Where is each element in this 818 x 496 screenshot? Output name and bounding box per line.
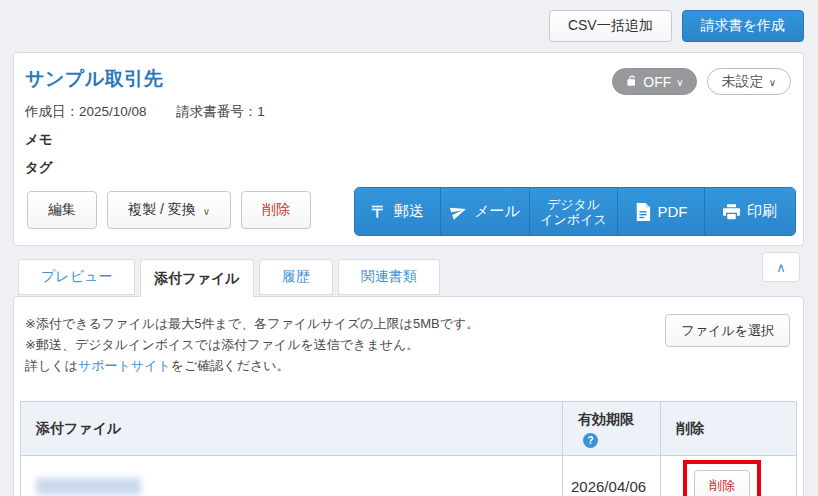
postal-mark-icon: 〒 bbox=[371, 204, 387, 220]
partner-panel: サンプル取引先 OFF ∨ 未設定 ∨ 作成日：2025/10/08 請求書番号… bbox=[13, 52, 804, 246]
note-line-3: 詳しくはサポートサイトをご確認ください。 bbox=[25, 355, 803, 376]
help-icon[interactable]: ? bbox=[583, 433, 598, 448]
support-prefix: 詳しくは bbox=[25, 358, 78, 373]
annotation-highlight-box: 削除 bbox=[683, 460, 761, 496]
invoice-number: 請求書番号：1 bbox=[176, 104, 265, 119]
email-send-label: メール bbox=[474, 202, 520, 221]
top-toolbar: CSV一括追加 請求書を作成 bbox=[549, 10, 804, 42]
delete-attachment-button[interactable]: 削除 bbox=[694, 470, 750, 496]
file-name-cell bbox=[21, 456, 563, 496]
status-label: 未設定 bbox=[722, 73, 764, 91]
attachments-table: 添付ファイル 有効期限? 削除 2026/04/06 削除 bbox=[20, 401, 797, 496]
col-header-file: 添付ファイル bbox=[21, 402, 563, 456]
digital-invoice-label-line2: インボイス bbox=[540, 212, 607, 227]
postal-send-button[interactable]: 〒 郵送 bbox=[355, 188, 440, 235]
csv-batch-add-button[interactable]: CSV一括追加 bbox=[549, 10, 672, 42]
chevron-down-icon: ∨ bbox=[769, 78, 776, 88]
delete-record-button[interactable]: 削除 bbox=[241, 191, 311, 229]
page-title: サンプル取引先 bbox=[25, 66, 163, 92]
col-header-delete: 削除 bbox=[661, 402, 797, 456]
create-invoice-button[interactable]: 請求書を作成 bbox=[682, 10, 804, 42]
invoice-partner-page: CSV一括追加 請求書を作成 サンプル取引先 OFF ∨ 未設定 ∨ 作成日：2… bbox=[0, 0, 818, 496]
digital-invoice-button[interactable]: デジタル インボイス bbox=[529, 188, 617, 235]
tab-related-documents[interactable]: 関連書類 bbox=[338, 259, 440, 295]
duplicate-convert-label: 複製 / 変換 bbox=[128, 201, 196, 219]
memo-label: メモ bbox=[25, 131, 53, 149]
redacted-file-link[interactable] bbox=[36, 478, 141, 495]
support-suffix: をご確認ください。 bbox=[171, 358, 290, 373]
print-label: 印刷 bbox=[747, 202, 777, 221]
tab-history[interactable]: 履歴 bbox=[259, 259, 333, 295]
email-send-button[interactable]: メール bbox=[440, 188, 529, 235]
digital-invoice-label-line1: デジタル bbox=[547, 197, 600, 212]
lock-toggle[interactable]: OFF ∨ bbox=[612, 68, 696, 95]
collapse-panel-button[interactable]: ∧ bbox=[762, 252, 800, 282]
paper-plane-icon bbox=[450, 203, 467, 220]
select-file-button[interactable]: ファイルを選択 bbox=[665, 314, 790, 347]
col-header-expiry: 有効期限? bbox=[563, 402, 661, 456]
status-select[interactable]: 未設定 ∨ bbox=[707, 68, 791, 95]
postal-send-label: 郵送 bbox=[394, 202, 424, 221]
chevron-down-icon: ∨ bbox=[676, 78, 683, 88]
lock-state-label: OFF bbox=[643, 74, 671, 90]
lock-open-icon bbox=[625, 75, 638, 88]
partner-meta: 作成日：2025/10/08 請求書番号：1 bbox=[25, 103, 265, 121]
printer-icon bbox=[723, 204, 740, 220]
duplicate-convert-button[interactable]: 複製 / 変換 ∨ bbox=[107, 191, 231, 229]
expiry-header-label: 有効期限 bbox=[578, 411, 634, 427]
created-date: 作成日：2025/10/08 bbox=[25, 104, 147, 119]
tag-label: タグ bbox=[25, 159, 53, 177]
chevron-down-icon: ∨ bbox=[203, 206, 210, 217]
support-site-link[interactable]: サポートサイト bbox=[78, 358, 171, 373]
attachments-panel: ※添付できるファイルは最大5件まで、各ファイルサイズの上限は5MBです。 ※郵送… bbox=[13, 296, 804, 496]
edit-button[interactable]: 編集 bbox=[27, 191, 97, 229]
record-actions: 編集 複製 / 変換 ∨ 削除 bbox=[27, 191, 311, 229]
table-row: 2026/04/06 削除 bbox=[21, 456, 797, 496]
table-header-row: 添付ファイル 有効期限? 削除 bbox=[21, 402, 797, 456]
detail-tabs: プレビュー 添付ファイル 履歴 関連書類 bbox=[18, 259, 440, 297]
tab-attachments[interactable]: 添付ファイル bbox=[140, 259, 253, 297]
pdf-button[interactable]: PDF bbox=[617, 188, 704, 235]
tab-preview[interactable]: プレビュー bbox=[18, 259, 135, 295]
print-button[interactable]: 印刷 bbox=[704, 188, 795, 235]
expiry-cell: 2026/04/06 bbox=[563, 456, 661, 496]
delete-cell: 削除 bbox=[661, 456, 797, 496]
pdf-document-icon bbox=[635, 203, 651, 221]
chevron-up-icon: ∧ bbox=[776, 260, 786, 275]
title-pill-group: OFF ∨ 未設定 ∨ bbox=[612, 68, 791, 95]
send-actions-group: 〒 郵送 メール デジタル インボイス bbox=[354, 187, 796, 236]
pdf-label: PDF bbox=[658, 203, 688, 220]
